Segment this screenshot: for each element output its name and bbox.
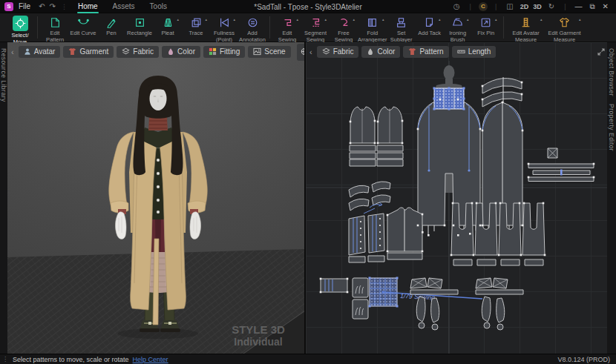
sphere-icon xyxy=(301,45,304,59)
3d-scene[interactable]: STYLE 3D Individual xyxy=(7,61,304,354)
tool-set-sublayer[interactable]: Set Sublayer xyxy=(387,15,416,43)
tool-edit-sewing[interactable]: ▴ Edit Sewing xyxy=(273,15,301,43)
watermark: STYLE 3D Individual xyxy=(232,323,285,348)
app-logo[interactable]: S xyxy=(4,2,13,11)
select-move-icon xyxy=(15,18,26,29)
viewport-2d-tabbar: ‹ Fabric Color Pattern Length xyxy=(308,44,605,59)
resource-library-strip[interactable]: Resource Library xyxy=(0,42,7,354)
minimize-button[interactable]: — xyxy=(573,2,583,10)
object-browser-label[interactable]: Object Browser xyxy=(608,42,615,96)
collapse-2d-icon[interactable]: ‹ xyxy=(308,47,314,56)
fold-arrangement-icon xyxy=(367,17,378,28)
tool-edit-pattern[interactable]: Edit Pattern xyxy=(41,15,69,43)
help-center-link[interactable]: Help Center xyxy=(133,356,168,363)
render-mode-dropdown[interactable]: ▾ xyxy=(297,44,304,61)
ribbon-tab-assets[interactable]: Assets xyxy=(112,1,136,13)
svg-text:Individual: Individual xyxy=(234,336,282,348)
ribbon-tab-tools[interactable]: Tools xyxy=(149,1,168,13)
sync-view-icon[interactable]: ↻ xyxy=(548,3,554,10)
selected-pattern-piece[interactable] xyxy=(433,87,465,110)
tab-fabric-3d[interactable]: Fabric xyxy=(117,46,159,58)
collapse-left-icon[interactable]: ‹ xyxy=(10,47,16,56)
fitting-icon xyxy=(209,47,217,56)
scene-icon xyxy=(253,47,261,56)
tab-fabric-2d[interactable]: Fabric xyxy=(317,46,359,58)
tool-fullness-point[interactable]: ▴ Fullness (Point) xyxy=(210,15,238,43)
pleat-icon xyxy=(163,17,174,28)
redo-icon[interactable]: ↷ xyxy=(50,3,56,10)
tab-length[interactable]: Length xyxy=(452,46,497,58)
tool-free-sewing[interactable]: ▴ Free Sewing xyxy=(330,15,358,43)
tool-add-annotation[interactable]: Add Annotation xyxy=(238,15,266,43)
pattern-icon xyxy=(408,47,416,56)
close-button[interactable]: ✕ xyxy=(601,2,610,10)
tab-scene[interactable]: Scene xyxy=(248,46,290,58)
tool-edit-garment-measure[interactable]: ▴ Edit Garment Measure xyxy=(545,15,584,43)
ribbon-divider xyxy=(37,16,38,39)
viewport-3d[interactable]: ‹ Avatar Garment Fabric Color Fitting xyxy=(7,42,304,354)
tool-trace[interactable]: ▴ Trace xyxy=(182,15,210,36)
viewport-2d[interactable]: ‹ Fabric Color Pattern Length xyxy=(306,42,607,354)
edit-curve-icon xyxy=(78,17,89,28)
tool-fix-pin[interactable]: ▴ Fix Pin xyxy=(472,15,500,36)
tool-rectangle[interactable]: Rectangle xyxy=(125,15,154,36)
add-tack-icon xyxy=(424,17,435,28)
add-annotation-icon xyxy=(247,17,258,28)
titlebar-divider: ⋮ xyxy=(61,3,68,10)
tool-fold-arrangement[interactable]: ▴ Fold Arrangemer xyxy=(358,15,387,43)
tab-pattern[interactable]: Pattern xyxy=(403,46,448,58)
view-mode-2d[interactable]: 2D xyxy=(520,3,529,10)
viewport-3d-tabbar: ‹ Avatar Garment Fabric Color Fitting xyxy=(10,44,302,59)
tab-avatar[interactable]: Avatar xyxy=(19,46,61,58)
fullness-point-icon xyxy=(219,17,230,28)
resource-library-label: Resource Library xyxy=(0,42,7,102)
ribbon-tab-home[interactable]: Home xyxy=(77,1,99,13)
pattern-pieces[interactable]: 1/79 Sewing xyxy=(320,77,595,330)
document-title: *SadTall - Tpose - Style3DAtelier xyxy=(254,0,361,13)
tab-color-3d[interactable]: Color xyxy=(162,46,200,58)
credits-badge[interactable]: C xyxy=(479,2,488,11)
tool-pleat[interactable]: ▴ Pleat xyxy=(154,15,182,36)
tool-edit-curve[interactable]: Edit Curve xyxy=(69,15,97,36)
tab-garment[interactable]: Garment xyxy=(63,46,114,58)
trace-icon xyxy=(191,17,202,28)
tab-fitting[interactable]: Fitting xyxy=(203,46,245,58)
view-mode-3d[interactable]: 3D xyxy=(533,3,542,10)
split-view-icon[interactable]: ◫ xyxy=(506,3,513,10)
tool-pen[interactable]: Pen xyxy=(97,15,125,36)
edit-pattern-icon xyxy=(50,17,61,28)
fabric-icon xyxy=(122,47,130,56)
segment-sewing-icon xyxy=(310,17,321,28)
free-sewing-icon xyxy=(338,17,350,28)
expand-2d-icon[interactable] xyxy=(597,45,605,59)
pattern-canvas[interactable]: 1/79 Sewing xyxy=(306,61,607,354)
pen-icon xyxy=(106,17,117,28)
edit-sewing-icon xyxy=(282,17,293,28)
tool-select-move[interactable]: Select/ Move xyxy=(6,15,34,45)
ironing-brush-icon xyxy=(452,17,463,28)
tab-color-2d[interactable]: Color xyxy=(361,46,400,58)
edit-avatar-measure-icon xyxy=(520,17,531,28)
svg-text:STYLE 3D: STYLE 3D xyxy=(232,323,285,336)
titlebar-divider: | xyxy=(495,3,497,10)
color-icon xyxy=(167,47,174,56)
undo-icon[interactable]: ↶ xyxy=(39,3,45,10)
tool-segment-sewing[interactable]: ▴ Segment Sewing xyxy=(301,15,330,43)
tool-ironing-brush[interactable]: ▴ Ironing Brush xyxy=(444,15,472,43)
ribbon-divider xyxy=(503,16,504,39)
rectangle-icon xyxy=(134,17,145,28)
file-menu[interactable]: File xyxy=(19,2,30,10)
titlebar: S File ↶ ↷ ⋮ Home Assets Tools *SadTall … xyxy=(0,0,616,13)
titlebar-divider: | xyxy=(470,3,471,10)
titlebar-divider: | xyxy=(564,3,566,10)
ribbon-toolbar: Select/ Move Edit Pattern Edit Curve Pen… xyxy=(0,13,616,42)
history-icon[interactable]: ◷ xyxy=(453,3,460,10)
property-editor-label[interactable]: Property Editor xyxy=(608,96,615,151)
ribbon-divider xyxy=(269,16,270,39)
status-message: Select patterns to move, scale or rotate xyxy=(13,356,129,363)
set-sublayer-icon xyxy=(396,17,407,28)
version-label: V8.0.124 (PROD) xyxy=(557,356,610,363)
restore-button[interactable]: ⧉ xyxy=(588,2,596,11)
tool-edit-avatar-measure[interactable]: ▴ Edit Avatar Measure xyxy=(507,15,545,43)
tool-add-tack[interactable]: ▴ Add Tack xyxy=(416,15,444,36)
